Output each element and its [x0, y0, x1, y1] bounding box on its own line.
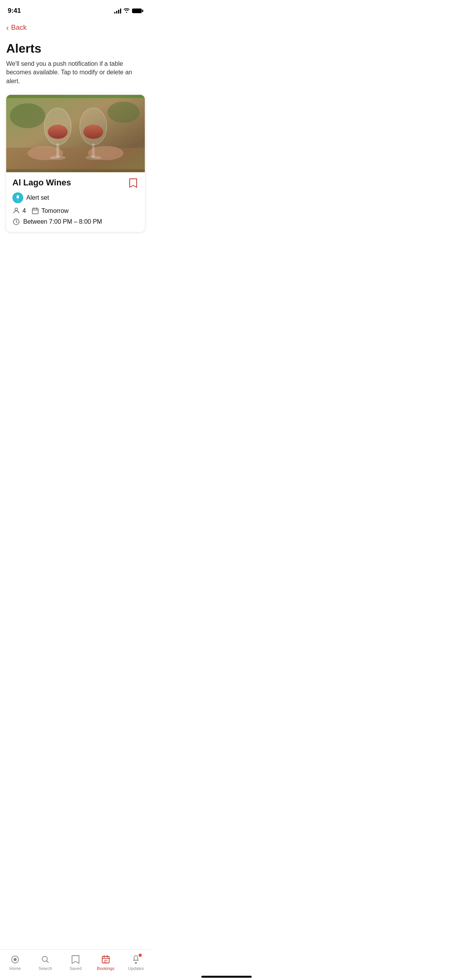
back-chevron-icon: ‹: [6, 23, 9, 32]
time-row: Between 7:00 PM – 8:00 PM: [12, 218, 139, 226]
page-header: Alerts We'll send you a push notificatio…: [0, 35, 151, 89]
page-title: Alerts: [6, 41, 145, 56]
bookmark-button[interactable]: [128, 178, 139, 188]
svg-point-13: [108, 102, 140, 123]
svg-rect-15: [32, 209, 38, 214]
alert-status-row: Alert set: [12, 192, 139, 203]
svg-point-10: [50, 156, 65, 160]
clock-icon: [12, 218, 20, 226]
alert-status-text: Alert set: [26, 194, 49, 201]
signal-icon: [114, 8, 121, 14]
calendar-icon: [31, 207, 39, 215]
alert-icon: [12, 192, 23, 203]
restaurant-name: Al Lago Wines: [12, 178, 71, 188]
guest-count: 4: [22, 207, 26, 214]
svg-point-14: [15, 208, 18, 211]
status-icons: [114, 8, 143, 14]
person-icon: [12, 207, 20, 215]
page-subtitle: We'll send you a push notification if a …: [6, 60, 145, 86]
date-text: Tomorrow: [41, 207, 69, 214]
back-button[interactable]: ‹ Back: [0, 19, 33, 35]
svg-point-12: [10, 103, 45, 128]
card-body: Al Lago Wines Alert set: [6, 172, 145, 232]
wifi-icon: [124, 8, 130, 14]
restaurant-card[interactable]: Al Lago Wines Alert set: [6, 95, 145, 232]
battery-icon: [132, 9, 143, 13]
svg-rect-1: [6, 148, 145, 169]
back-label: Back: [11, 24, 27, 32]
status-bar: 9:41: [0, 0, 151, 19]
card-image: [6, 95, 145, 172]
svg-point-3: [48, 125, 67, 139]
svg-point-5: [83, 125, 103, 139]
date-item: Tomorrow: [31, 207, 69, 215]
svg-point-11: [86, 156, 101, 160]
guest-count-item: 4: [12, 207, 26, 215]
status-time: 9:41: [8, 7, 21, 15]
details-row: 4 Tomorrow: [12, 207, 139, 215]
time-range: Between 7:00 PM – 8:00 PM: [23, 218, 102, 225]
